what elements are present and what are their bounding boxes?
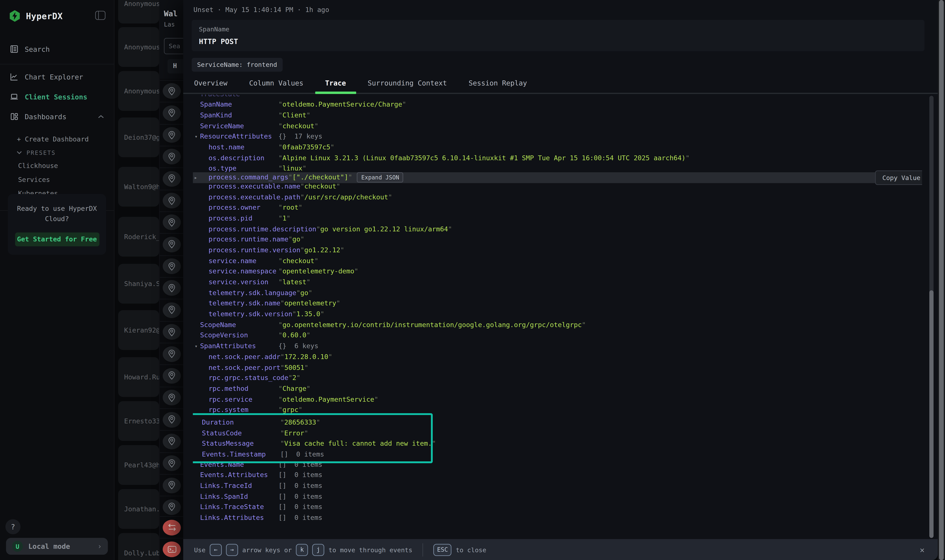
session-card[interactable]: Roderick_S [118, 217, 159, 257]
tab-overview[interactable]: Overview [194, 79, 227, 92]
trace-attribute-row[interactable]: process.owner"root" [193, 202, 922, 213]
session-card[interactable]: Shaniya.So [118, 264, 159, 303]
search-input[interactable]: Sea [164, 38, 183, 54]
trace-attribute-row[interactable]: process.executable.path"/usr/src/app/che… [193, 192, 922, 202]
session-card[interactable]: Walton9@ho [118, 167, 159, 206]
trace-attribute-row[interactable]: service.version"latest" [193, 277, 922, 288]
trace-attribute-row[interactable]: rpc.grpc.status_code"2" [193, 373, 922, 383]
trace-attribute-row[interactable]: Links.TraceState[] 0 items [193, 502, 922, 512]
session-card[interactable]: Kieran92@h [118, 310, 159, 350]
tab-surrounding-context[interactable]: Surrounding Context [368, 79, 447, 92]
trace-attribute-row[interactable]: net.sock.peer.port"50051" [193, 362, 922, 373]
help-button[interactable]: ? [5, 519, 20, 534]
timeline-event-cell[interactable] [160, 496, 183, 518]
trace-attribute-row[interactable]: SpanName"oteldemo.PaymentService/Charge" [193, 99, 922, 110]
get-started-button[interactable]: Get Started for Free [15, 232, 99, 246]
trace-attribute-row[interactable]: os.description"Alpine Linux 3.21.3 (Linu… [193, 153, 922, 163]
attribute-value: "Error" [280, 429, 308, 437]
trace-attribute-row[interactable]: Events.Attributes[] 0 items [193, 470, 922, 480]
timeline-event-cell[interactable] [160, 146, 183, 168]
tab-column-values[interactable]: Column Values [249, 79, 304, 92]
sidebar-item-client-sessions[interactable]: Client Sessions [0, 87, 114, 107]
trace-attribute-row[interactable]: ▸process.command_args"["./checkout"]"Exp… [193, 172, 875, 183]
trace-attribute-row[interactable]: ScopeVersion"0.60.0" [193, 330, 922, 341]
trace-attribute-row[interactable]: service.namespace"opentelemetry-demo" [193, 266, 922, 277]
timeline-event-cell[interactable] [160, 408, 183, 430]
trace-attribute-row[interactable]: TraceState [193, 95, 922, 99]
timeline-error-cell[interactable] [160, 538, 183, 560]
preset-services[interactable]: Services [0, 173, 114, 186]
timeline-event-cell[interactable] [160, 452, 183, 474]
timeline-event-cell[interactable] [160, 168, 183, 189]
trace-attribute-row[interactable]: StatusMessage"Visa cache full: cannot ad… [195, 438, 431, 449]
trace-attribute-row[interactable]: StatusCode"Error" [195, 428, 431, 438]
trace-attribute-row[interactable]: process.runtime.name"go" [193, 234, 922, 245]
session-card[interactable]: Anonymous [118, 27, 159, 67]
session-card[interactable]: Jonathan.B [118, 489, 159, 529]
trace-attribute-row[interactable]: Duration"28656333" [195, 417, 431, 428]
timeline-event-cell[interactable] [160, 430, 183, 452]
expand-json-button[interactable]: Expand JSON [357, 172, 403, 183]
tab-session-replay[interactable]: Session Replay [469, 79, 527, 92]
preset-clickhouse[interactable]: Clickhouse [0, 159, 114, 173]
session-card[interactable]: Howard.Run [118, 357, 159, 397]
session-card[interactable]: Dolly.Lubo [118, 533, 159, 560]
window-scrollbar[interactable] [938, 0, 945, 560]
user-mode-pill[interactable]: U Local mode › [6, 538, 108, 555]
trace-attribute-row[interactable]: net.sock.peer.addr"172.28.0.10" [193, 351, 922, 362]
trace-attribute-row[interactable]: Links.Attributes[] 0 items [193, 512, 922, 523]
trace-attribute-row[interactable]: ServiceName"checkout" [193, 121, 922, 131]
close-icon[interactable]: ✕ [920, 545, 925, 554]
trace-attribute-row[interactable]: Events.Timestamp[] 0 items [195, 449, 431, 460]
trace-attribute-row[interactable]: service.name"checkout" [193, 255, 922, 266]
service-name-tag[interactable]: ServiceName: frontend [191, 58, 282, 71]
timeline-event-cell[interactable] [160, 474, 183, 496]
trace-attribute-row[interactable]: process.runtime.version"go1.22.12" [193, 245, 922, 255]
filter-chip[interactable]: H [168, 59, 183, 74]
timeline-event-cell[interactable] [160, 299, 183, 321]
trace-attribute-row[interactable]: process.runtime.description"go version g… [193, 224, 922, 234]
trace-attribute-row[interactable]: process.pid"1" [193, 213, 922, 224]
timeline-event-cell[interactable] [160, 124, 183, 146]
trace-attribute-row[interactable]: telemetry.sdk.version"1.35.0" [193, 309, 922, 320]
timeline-event-cell[interactable] [160, 189, 183, 211]
timeline-event-cell[interactable] [160, 255, 183, 277]
trace-attribute-row[interactable]: Links.TraceId[] 0 items [193, 480, 922, 491]
copy-value-button[interactable]: Copy Value [875, 170, 922, 185]
timeline-event-cell[interactable] [160, 277, 183, 299]
trace-attribute-row[interactable]: SpanKind"Client" [193, 110, 922, 121]
trace-attribute-row[interactable]: host.name"0faab73597c5" [193, 142, 922, 153]
timeline-event-cell[interactable] [160, 80, 183, 102]
trace-attribute-row[interactable]: telemetry.sdk.name"opentelemetry" [193, 298, 922, 309]
sidebar-item-search[interactable]: Search [0, 39, 114, 59]
presets-header[interactable]: PRESETS [0, 146, 114, 159]
trace-attribute-row[interactable]: rpc.method"Charge" [193, 383, 922, 394]
session-card[interactable]: Deion37@gm [118, 117, 159, 157]
trace-attribute-row[interactable]: ▾SpanAttributes{} 6 keys [193, 341, 922, 351]
inner-scrollbar[interactable] [929, 96, 934, 538]
timeline-event-cell[interactable] [160, 321, 183, 343]
trace-attribute-row[interactable]: rpc.service"oteldemo.PaymentService" [193, 394, 922, 405]
sidebar-item-chart-explorer[interactable]: Chart Explorer [0, 67, 114, 87]
session-card[interactable]: Anonymous [118, 71, 159, 111]
tab-trace[interactable]: Trace [325, 79, 346, 92]
scrollbar-thumb[interactable] [929, 290, 934, 538]
timeline-event-cell[interactable] [160, 211, 183, 233]
trace-attribute-row[interactable]: ▾ResourceAttributes{} 17 keys [193, 131, 922, 142]
sidebar-collapse-icon[interactable] [95, 11, 105, 20]
timeline-event-cell[interactable] [160, 365, 183, 386]
session-card[interactable]: Pearl43@ho [118, 445, 159, 485]
timeline-event-cell[interactable] [160, 343, 183, 365]
session-card[interactable]: Anonymous [118, 0, 159, 23]
trace-attribute-row[interactable]: ScopeName"go.opentelemetry.io/contrib/in… [193, 320, 922, 330]
create-dashboard-button[interactable]: + Create Dashboard [0, 132, 114, 146]
trace-attribute-row[interactable]: Links.SpanId[] 0 items [193, 491, 922, 502]
trace-attribute-row[interactable]: telemetry.sdk.language"go" [193, 288, 922, 298]
timeline-event-cell[interactable] [160, 102, 183, 124]
session-card[interactable]: Ernesto33@ [118, 401, 159, 441]
timeline-event-cell[interactable] [160, 386, 183, 408]
timeline-event-cell[interactable] [160, 233, 183, 255]
timeline-error-cell[interactable] [160, 516, 183, 538]
window-scrollbar-thumb[interactable] [939, 0, 944, 560]
sidebar-item-dashboards[interactable]: Dashboards [0, 106, 114, 126]
